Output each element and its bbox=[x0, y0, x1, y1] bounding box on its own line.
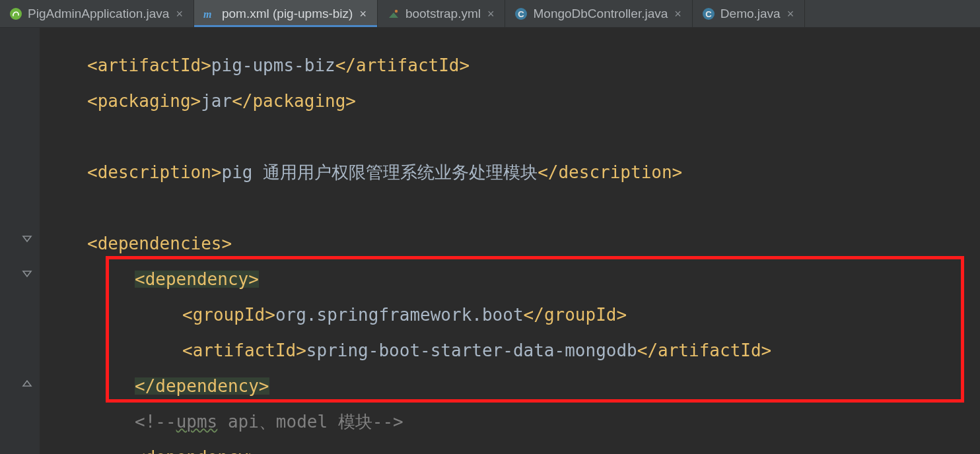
yml-icon bbox=[387, 7, 400, 20]
spring-icon bbox=[9, 7, 22, 20]
tab-label: bootstrap.yml bbox=[405, 7, 481, 21]
class-icon: C bbox=[514, 7, 528, 20]
editor: <artifactId>pig-upms-biz</artifactId> <p… bbox=[0, 28, 980, 454]
close-icon[interactable]: × bbox=[486, 8, 496, 20]
tab-mongodb-controller[interactable]: C MongoDbController.java × bbox=[505, 0, 692, 27]
code-line: <dependency> bbox=[40, 439, 980, 454]
fold-handle-icon[interactable] bbox=[21, 234, 33, 246]
tab-label: MongoDbController.java bbox=[533, 7, 668, 21]
svg-point-0 bbox=[10, 8, 22, 20]
code-line: <description>pig 通用用户权限管理系统业务处理模块</descr… bbox=[40, 154, 980, 190]
comment: <!--upms api、model 模块--> bbox=[135, 413, 403, 430]
svg-text:C: C bbox=[705, 9, 712, 19]
fold-handle-icon[interactable] bbox=[21, 377, 33, 389]
code-line: <packaging>jar</packaging> bbox=[40, 83, 980, 119]
tab-pig-admin-application[interactable]: PigAdminApplication.java × bbox=[0, 0, 194, 27]
svg-text:C: C bbox=[518, 9, 525, 19]
tab-label: Demo.java bbox=[720, 7, 781, 21]
code-line: <!--upms api、model 模块--> bbox=[40, 404, 980, 439]
svg-point-2 bbox=[395, 9, 398, 12]
close-icon[interactable]: × bbox=[358, 8, 368, 20]
editor-tab-bar: PigAdminApplication.java × m pom.xml (pi… bbox=[0, 0, 980, 28]
blank-line bbox=[40, 119, 980, 154]
tab-label: PigAdminApplication.java bbox=[28, 7, 169, 21]
code-line: <dependencies> bbox=[40, 226, 980, 261]
code-line: </dependency> bbox=[40, 368, 980, 404]
svg-text:m: m bbox=[203, 9, 211, 20]
tab-bootstrap-yml[interactable]: bootstrap.yml × bbox=[378, 0, 506, 27]
close-icon[interactable]: × bbox=[673, 8, 683, 20]
tab-label: pom.xml (pig-upms-biz) bbox=[222, 7, 353, 21]
close-icon[interactable]: × bbox=[786, 8, 796, 20]
class-icon: C bbox=[702, 7, 715, 20]
code-area[interactable]: <artifactId>pig-upms-biz</artifactId> <p… bbox=[40, 28, 980, 454]
blank-line bbox=[40, 190, 980, 226]
code-line: <dependency> bbox=[40, 261, 980, 297]
maven-icon: m bbox=[203, 7, 217, 20]
code-line: <artifactId>pig-upms-biz</artifactId> bbox=[40, 48, 980, 83]
tab-pom-xml[interactable]: m pom.xml (pig-upms-biz) × bbox=[194, 0, 378, 27]
code-line: <groupId>org.springframework.boot</group… bbox=[40, 297, 980, 333]
tab-demo-java[interactable]: C Demo.java × bbox=[693, 0, 805, 27]
close-icon[interactable]: × bbox=[174, 8, 184, 20]
code-line: <artifactId>spring-boot-starter-data-mon… bbox=[40, 333, 980, 368]
gutter bbox=[0, 28, 40, 454]
fold-handle-icon[interactable] bbox=[21, 269, 33, 281]
